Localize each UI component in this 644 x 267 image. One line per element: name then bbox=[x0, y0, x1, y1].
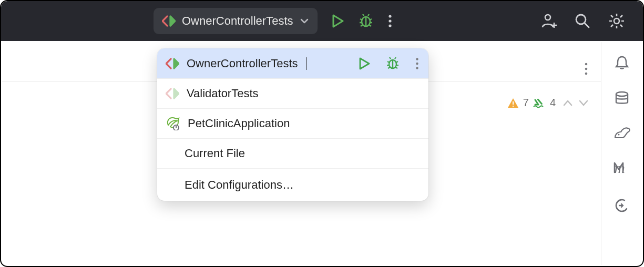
next-highlight-button[interactable] bbox=[578, 99, 589, 107]
right-tool-strip: m bbox=[601, 42, 642, 265]
run-config-label: OwnerControllerTests bbox=[182, 14, 293, 28]
warning-icon bbox=[507, 97, 519, 109]
svg-point-32 bbox=[616, 92, 628, 96]
notifications-tool[interactable] bbox=[614, 55, 630, 70]
svg-point-12 bbox=[389, 24, 391, 27]
svg-line-41 bbox=[388, 67, 390, 68]
run-config-item-validator-tests[interactable]: ValidatorTests bbox=[157, 78, 428, 108]
svg-point-47 bbox=[416, 67, 418, 69]
test-config-icon bbox=[162, 15, 176, 27]
debug-item-button[interactable] bbox=[386, 57, 400, 70]
svg-point-28 bbox=[585, 68, 588, 70]
svg-line-42 bbox=[395, 67, 397, 68]
run-config-item-label: PetClinicApplication bbox=[188, 117, 290, 130]
run-config-dropdown: OwnerControllerTests bbox=[157, 48, 428, 201]
run-config-item-petclinic-app[interactable]: PetClinicApplication bbox=[157, 108, 428, 138]
svg-point-18 bbox=[614, 18, 619, 24]
debug-button[interactable] bbox=[359, 14, 373, 28]
run-config-item-label: OwnerControllerTests bbox=[187, 57, 298, 70]
maven-tool[interactable]: m bbox=[614, 161, 630, 191]
svg-line-43 bbox=[390, 57, 391, 59]
settings-icon[interactable] bbox=[608, 13, 625, 29]
svg-point-27 bbox=[585, 63, 588, 66]
svg-line-8 bbox=[363, 14, 364, 16]
run-config-item-current-file[interactable]: Current File bbox=[157, 138, 428, 168]
svg-line-9 bbox=[368, 14, 369, 16]
prev-highlight-button[interactable] bbox=[562, 99, 574, 107]
coverage-tool[interactable] bbox=[614, 198, 630, 213]
text-cursor bbox=[306, 57, 306, 70]
svg-line-6 bbox=[361, 25, 363, 26]
svg-point-46 bbox=[416, 62, 418, 64]
topbar-run-actions bbox=[331, 14, 392, 28]
test-config-icon bbox=[166, 88, 179, 99]
topbar: OwnerControllerTests bbox=[1, 1, 643, 41]
warning-count: 7 bbox=[523, 97, 529, 109]
weak-warning-icon bbox=[533, 97, 546, 109]
svg-point-11 bbox=[389, 19, 391, 22]
svg-line-26 bbox=[611, 25, 613, 27]
gradle-tool[interactable] bbox=[613, 126, 631, 141]
svg-line-7 bbox=[369, 25, 371, 26]
run-config-selector[interactable]: OwnerControllerTests bbox=[154, 8, 318, 34]
run-config-item-label: ValidatorTests bbox=[187, 87, 259, 100]
svg-rect-30 bbox=[513, 101, 514, 105]
editor-area: 7 4 m bbox=[2, 42, 642, 265]
svg-line-44 bbox=[395, 57, 396, 59]
svg-line-23 bbox=[611, 15, 613, 17]
svg-line-25 bbox=[620, 15, 622, 17]
inspection-widget[interactable]: 7 4 bbox=[507, 97, 589, 109]
svg-point-10 bbox=[389, 15, 391, 17]
database-tool[interactable] bbox=[614, 90, 630, 106]
more-run-options[interactable] bbox=[388, 14, 392, 28]
run-config-item-owner-controller-tests[interactable]: OwnerControllerTests bbox=[157, 48, 428, 78]
run-config-item-label: Current File bbox=[185, 147, 245, 160]
svg-line-24 bbox=[620, 25, 622, 27]
run-item-button[interactable] bbox=[359, 57, 370, 70]
spring-app-icon bbox=[166, 117, 180, 130]
code-with-me-icon[interactable] bbox=[541, 13, 557, 29]
item-more-button[interactable] bbox=[415, 57, 419, 70]
svg-point-51 bbox=[176, 127, 177, 128]
svg-rect-31 bbox=[513, 106, 514, 107]
test-config-icon bbox=[166, 58, 179, 69]
editor-tab-options[interactable] bbox=[584, 62, 588, 76]
run-button[interactable] bbox=[331, 14, 344, 28]
svg-point-29 bbox=[585, 73, 588, 75]
search-everywhere-icon[interactable] bbox=[575, 13, 590, 29]
weak-warning-count: 4 bbox=[550, 97, 556, 109]
topbar-right bbox=[541, 13, 632, 29]
chevron-down-icon bbox=[300, 16, 309, 26]
svg-point-33 bbox=[618, 134, 619, 136]
svg-point-13 bbox=[545, 15, 550, 20]
run-config-item-label: Edit Configurations… bbox=[185, 178, 294, 192]
edit-configurations-item[interactable]: Edit Configurations… bbox=[157, 168, 428, 201]
svg-line-17 bbox=[585, 23, 589, 27]
svg-point-45 bbox=[416, 58, 418, 60]
run-config-item-actions bbox=[359, 57, 420, 70]
